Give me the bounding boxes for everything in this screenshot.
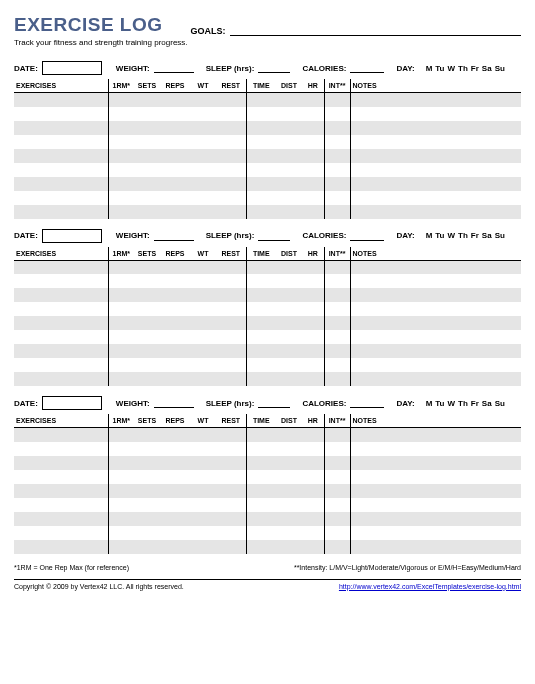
day-option[interactable]: Fr xyxy=(471,231,479,240)
col-wt: WT xyxy=(190,79,216,93)
day-option[interactable]: Th xyxy=(458,64,468,73)
day-option[interactable]: Tu xyxy=(435,399,444,408)
table-row[interactable] xyxy=(14,428,521,442)
table-row[interactable] xyxy=(14,470,521,484)
day-option[interactable]: Sa xyxy=(482,231,492,240)
day-option[interactable]: Fr xyxy=(471,64,479,73)
col-int: INT** xyxy=(324,79,350,93)
sleep-input[interactable] xyxy=(258,398,290,408)
day-option[interactable]: Tu xyxy=(435,231,444,240)
sleep-input[interactable] xyxy=(258,63,290,73)
table-row[interactable] xyxy=(14,456,521,470)
col-reps: REPS xyxy=(160,247,190,261)
source-link[interactable]: http://www.vertex42.com/ExcelTemplates/e… xyxy=(339,583,521,590)
table-row[interactable] xyxy=(14,260,521,274)
table-row[interactable] xyxy=(14,484,521,498)
day-option[interactable]: Sa xyxy=(482,64,492,73)
col-hr: HR xyxy=(302,414,324,428)
day-option[interactable]: Su xyxy=(495,231,505,240)
day-option[interactable]: W xyxy=(447,399,455,408)
day-option[interactable]: Sa xyxy=(482,399,492,408)
day-option[interactable]: Fr xyxy=(471,399,479,408)
day-option[interactable]: Tu xyxy=(435,64,444,73)
weight-input[interactable] xyxy=(154,398,194,408)
date-input[interactable] xyxy=(42,229,102,243)
calories-label: CALORIES: xyxy=(302,399,346,408)
weight-label: WEIGHT: xyxy=(116,231,150,240)
table-row[interactable] xyxy=(14,149,521,163)
col-notes: NOTES xyxy=(350,79,521,93)
day-option[interactable]: W xyxy=(447,231,455,240)
table-row[interactable] xyxy=(14,372,521,386)
table-row[interactable] xyxy=(14,177,521,191)
calories-label: CALORIES: xyxy=(302,64,346,73)
sleep-label: SLEEP (hrs): xyxy=(206,399,255,408)
day-option[interactable]: Th xyxy=(458,399,468,408)
day-label: DAY: xyxy=(396,64,414,73)
col-dist: DIST xyxy=(276,247,302,261)
day-options: MTuWThFrSaSu xyxy=(423,64,505,73)
table-row[interactable] xyxy=(14,358,521,372)
col-sets: SETS xyxy=(134,79,160,93)
sleep-label: SLEEP (hrs): xyxy=(206,64,255,73)
weight-input[interactable] xyxy=(154,231,194,241)
col-rest: REST xyxy=(216,247,246,261)
header: EXERCISE LOG GOALS: xyxy=(14,14,521,36)
table-row[interactable] xyxy=(14,191,521,205)
day-option[interactable]: Su xyxy=(495,399,505,408)
col-rest: REST xyxy=(216,79,246,93)
table-row[interactable] xyxy=(14,121,521,135)
col-hr: HR xyxy=(302,79,324,93)
table-row[interactable] xyxy=(14,163,521,177)
table-row[interactable] xyxy=(14,316,521,330)
day-option[interactable]: Su xyxy=(495,64,505,73)
subtitle: Track your fitness and strength training… xyxy=(14,38,521,47)
exercise-table: EXERCISES1RM*SETSREPSWTRESTTIMEDISTHRINT… xyxy=(14,247,521,387)
table-row[interactable] xyxy=(14,302,521,316)
goals-label: GOALS: xyxy=(191,26,226,36)
col-1rm: 1RM* xyxy=(108,79,134,93)
exercise-log-page: EXERCISE LOG GOALS: Track your fitness a… xyxy=(0,0,535,600)
col-time: TIME xyxy=(246,79,276,93)
calories-input[interactable] xyxy=(350,398,384,408)
table-row[interactable] xyxy=(14,442,521,456)
footnote-intensity: **Intensity: L/M/V=Light/Moderate/Vigoro… xyxy=(294,564,521,571)
date-label: DATE: xyxy=(14,399,38,408)
goals-field[interactable]: GOALS: xyxy=(191,26,521,36)
goals-line xyxy=(230,26,521,36)
col-dist: DIST xyxy=(276,79,302,93)
log-block: DATE:WEIGHT:SLEEP (hrs):CALORIES:DAY:MTu… xyxy=(14,396,521,554)
table-row[interactable] xyxy=(14,526,521,540)
table-row[interactable] xyxy=(14,330,521,344)
table-row[interactable] xyxy=(14,274,521,288)
block-meta: DATE:WEIGHT:SLEEP (hrs):CALORIES:DAY:MTu… xyxy=(14,396,521,410)
day-option[interactable]: Th xyxy=(458,231,468,240)
sleep-input[interactable] xyxy=(258,231,290,241)
copyright: Copyright © 2009 by Vertex42 LLC. All ri… xyxy=(14,583,184,590)
col-notes: NOTES xyxy=(350,414,521,428)
table-row[interactable] xyxy=(14,512,521,526)
weight-input[interactable] xyxy=(154,63,194,73)
table-row[interactable] xyxy=(14,205,521,219)
title: EXERCISE LOG xyxy=(14,14,163,36)
table-row[interactable] xyxy=(14,540,521,554)
table-row[interactable] xyxy=(14,344,521,358)
date-input[interactable] xyxy=(42,61,102,75)
table-row[interactable] xyxy=(14,288,521,302)
calories-input[interactable] xyxy=(350,231,384,241)
col-hr: HR xyxy=(302,247,324,261)
col-int: INT** xyxy=(324,247,350,261)
table-row[interactable] xyxy=(14,135,521,149)
exercise-table: EXERCISES1RM*SETSREPSWTRESTTIMEDISTHRINT… xyxy=(14,414,521,554)
weight-label: WEIGHT: xyxy=(116,64,150,73)
calories-input[interactable] xyxy=(350,63,384,73)
table-row[interactable] xyxy=(14,93,521,107)
day-option[interactable]: M xyxy=(426,231,433,240)
day-option[interactable]: M xyxy=(426,399,433,408)
table-row[interactable] xyxy=(14,107,521,121)
date-input[interactable] xyxy=(42,396,102,410)
log-block: DATE:WEIGHT:SLEEP (hrs):CALORIES:DAY:MTu… xyxy=(14,229,521,387)
day-option[interactable]: M xyxy=(426,64,433,73)
day-option[interactable]: W xyxy=(447,64,455,73)
table-row[interactable] xyxy=(14,498,521,512)
